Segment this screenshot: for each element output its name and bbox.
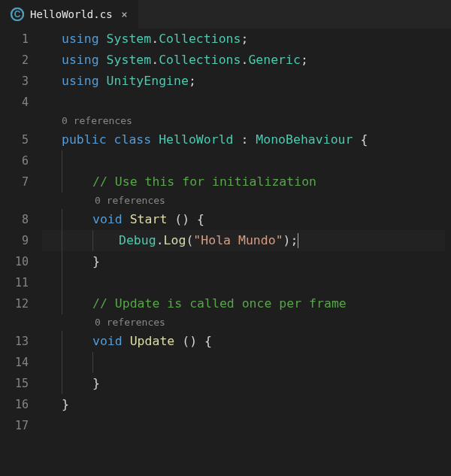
line-number: 8 <box>0 209 29 230</box>
codelens-references[interactable]: 0 references <box>42 193 445 209</box>
code-line[interactable] <box>42 150 445 171</box>
code-line[interactable]: Debug.Log("Hola Mundo"); <box>42 230 445 251</box>
line-number: 12 <box>0 293 29 314</box>
codelens-references[interactable]: 0 references <box>42 113 445 129</box>
code-editor[interactable]: 1 2 3 4 5 6 7 8 9 10 11 12 13 14 15 16 1… <box>0 29 451 476</box>
line-number: 14 <box>0 352 29 373</box>
close-icon[interactable]: × <box>119 8 131 20</box>
line-number: 1 <box>0 29 29 50</box>
code-line[interactable]: // Update is called once per frame <box>42 293 445 314</box>
line-number: 3 <box>0 71 29 92</box>
line-gutter: 1 2 3 4 5 6 7 8 9 10 11 12 13 14 15 16 1… <box>0 29 42 476</box>
code-line[interactable]: // Use this for initialization <box>42 171 445 193</box>
line-number: 7 <box>0 171 29 193</box>
line-number: 9 <box>0 230 29 251</box>
code-line[interactable]: using System.Collections; <box>42 29 445 50</box>
line-number: 11 <box>0 272 29 293</box>
code-line[interactable]: } <box>42 373 445 394</box>
code-line[interactable]: using UnityEngine; <box>42 71 445 92</box>
line-number: 5 <box>0 129 29 150</box>
code-line[interactable]: } <box>42 251 445 272</box>
line-number: 6 <box>0 150 29 171</box>
text-cursor <box>298 233 298 248</box>
file-tab[interactable]: C HelloWorld.cs × <box>0 0 139 29</box>
code-line[interactable] <box>42 352 445 373</box>
code-line[interactable]: void Start () { <box>42 209 445 230</box>
code-area[interactable]: using System.Collections; using System.C… <box>42 29 451 476</box>
tab-filename: HelloWorld.cs <box>30 8 113 20</box>
line-number: 13 <box>0 331 29 352</box>
code-line[interactable]: void Update () { <box>42 331 445 352</box>
codelens-references[interactable]: 0 references <box>42 314 445 331</box>
line-number: 15 <box>0 373 29 394</box>
code-line[interactable]: public class HelloWorld : MonoBehaviour … <box>42 129 445 150</box>
code-line[interactable] <box>42 415 445 436</box>
code-line[interactable]: } <box>42 394 445 415</box>
code-line[interactable] <box>42 272 445 293</box>
csharp-icon: C <box>11 8 24 21</box>
tab-bar: C HelloWorld.cs × <box>0 0 451 29</box>
line-number: 4 <box>0 92 29 113</box>
line-number: 2 <box>0 50 29 71</box>
code-line[interactable]: using System.Collections.Generic; <box>42 50 445 71</box>
line-number: 10 <box>0 251 29 272</box>
code-line[interactable] <box>42 92 445 113</box>
line-number: 17 <box>0 415 29 436</box>
line-number: 16 <box>0 394 29 415</box>
